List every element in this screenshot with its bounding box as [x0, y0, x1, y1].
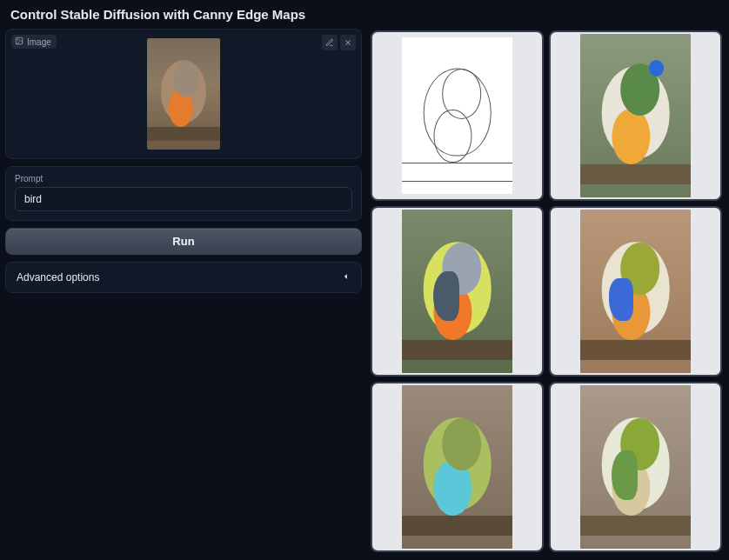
gallery-item[interactable] — [549, 206, 722, 377]
prompt-panel: Prompt — [5, 166, 362, 221]
gallery-image — [402, 385, 512, 549]
output-gallery — [369, 29, 724, 554]
page-title: Control Stable Diffusion with Canny Edge… — [0, 0, 729, 29]
image-icon — [15, 37, 23, 47]
gallery-item[interactable] — [371, 382, 544, 552]
edit-image-button[interactable] — [322, 35, 338, 50]
image-label-text: Image — [27, 37, 51, 47]
image-actions — [322, 35, 356, 50]
gallery-image — [580, 34, 691, 197]
gallery-item[interactable] — [371, 30, 544, 201]
svg-point-1 — [17, 39, 18, 40]
gallery-image — [580, 385, 691, 549]
gallery-image — [580, 210, 691, 373]
gallery-image-edge — [402, 37, 512, 194]
expand-icon — [342, 271, 351, 283]
controls-column: Image Prompt Run Advanced — [5, 29, 362, 554]
gallery-item[interactable] — [371, 206, 544, 377]
gallery-image — [402, 210, 512, 373]
image-label-chip: Image — [11, 35, 57, 49]
advanced-options-toggle[interactable]: Advanced options — [5, 262, 362, 293]
clear-image-button[interactable] — [340, 35, 356, 50]
image-upload-panel[interactable]: Image — [5, 29, 362, 159]
advanced-options-label: Advanced options — [17, 271, 99, 283]
main-layout: Image Prompt Run Advanced — [0, 29, 729, 559]
prompt-input[interactable] — [15, 187, 352, 211]
uploaded-image-preview[interactable] — [147, 38, 220, 150]
prompt-label: Prompt — [15, 174, 352, 183]
run-button[interactable]: Run — [5, 228, 362, 255]
gallery-item[interactable] — [549, 382, 722, 552]
gallery-item[interactable] — [549, 30, 722, 201]
